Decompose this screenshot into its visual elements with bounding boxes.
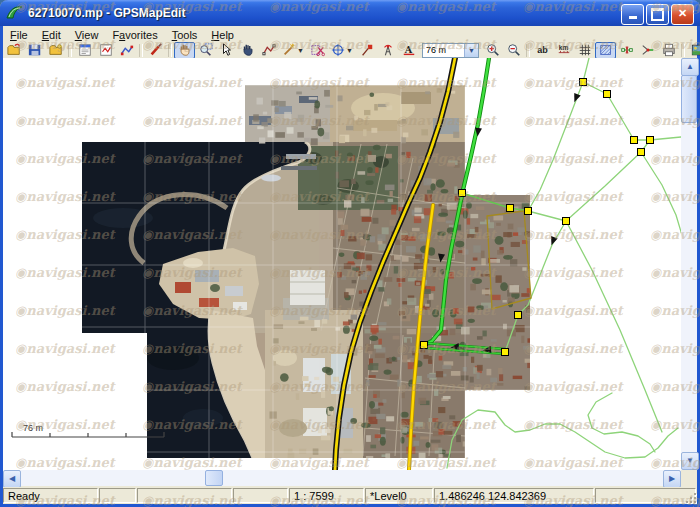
resize-grip[interactable] [684, 491, 697, 504]
vertical-scroll-thumb[interactable] [681, 75, 697, 123]
close-map-button[interactable] [45, 42, 66, 59]
menu-file[interactable]: File [3, 28, 35, 42]
grid-toggle-icon [578, 43, 592, 57]
print-button[interactable] [658, 42, 679, 59]
thin-polyline-12[interactable] [641, 152, 681, 235]
gps-upload-button[interactable] [377, 42, 398, 59]
magic-wand-button[interactable]: ▼ [279, 42, 307, 59]
application-window: 62710070.mp - GPSMapEdit ✕ File Edit Vie… [0, 0, 700, 507]
split-node-button[interactable] [616, 42, 637, 59]
label-tool-button[interactable]: A [398, 42, 419, 59]
waypoint-11[interactable] [421, 342, 428, 349]
join-node-button[interactable] [637, 42, 658, 59]
waypoint-4[interactable] [638, 149, 645, 156]
ruler-km-button[interactable]: km [553, 42, 574, 59]
open-map-button[interactable] [3, 42, 24, 59]
magic-wand-icon [282, 43, 296, 57]
window-title: 62710070.mp - GPSMapEdit [28, 6, 185, 20]
waypoint-10[interactable] [502, 349, 509, 356]
flag-tool-button[interactable] [356, 42, 377, 59]
thin-polyline-16[interactable] [588, 393, 655, 452]
waypoint-6[interactable] [525, 208, 532, 215]
thin-polyline-8[interactable] [528, 211, 566, 221]
status-map-scale: 1 : 7599 [289, 488, 364, 503]
status-coordinates: 1.486246 124.842369 [434, 488, 594, 503]
thin-polyline-4[interactable] [650, 137, 681, 140]
thin-polyline-6[interactable] [566, 152, 641, 221]
status-pane-8 [595, 488, 696, 503]
waypoint-8[interactable] [459, 190, 466, 197]
open-map-icon [7, 43, 21, 57]
properties-button[interactable] [74, 42, 95, 59]
svg-text:A: A [403, 44, 412, 55]
zoom-level-value: 76 m [423, 45, 464, 55]
waypoint-5[interactable] [563, 218, 570, 225]
hatch-toggle-button[interactable] [595, 42, 616, 59]
menu-view[interactable]: View [68, 28, 106, 42]
status-pane-4 [233, 488, 288, 503]
close-button[interactable]: ✕ [671, 4, 694, 25]
labels-toggle-button[interactable]: ab [532, 42, 553, 59]
hatch-toggle-icon [599, 43, 613, 57]
horizontal-scrollbar[interactable]: ◀ ▶ [3, 470, 681, 486]
scroll-right-arrow[interactable]: ▶ [663, 470, 681, 488]
vertical-scrollbar[interactable]: ▲ ▼ [681, 58, 697, 470]
horizontal-scroll-thumb[interactable] [205, 470, 223, 486]
satellite-imagery [82, 85, 537, 462]
pan-tool-button[interactable] [174, 42, 195, 59]
zoom-level-combo[interactable]: 76 m ▼ [422, 43, 479, 58]
svg-text:76 m: 76 m [23, 423, 43, 433]
attach-tool-icon [331, 43, 345, 57]
label-tool-icon: A [402, 43, 416, 57]
menu-tools[interactable]: Tools [165, 28, 205, 42]
zoom-in-icon [486, 43, 500, 57]
menu-help[interactable]: Help [204, 28, 241, 42]
minimize-button[interactable] [621, 4, 644, 25]
save-button[interactable] [24, 42, 45, 59]
export-image-button[interactable] [687, 42, 700, 59]
scroll-up-arrow[interactable]: ▲ [681, 58, 699, 76]
waypoint-3[interactable] [647, 137, 654, 144]
waypoint-2[interactable] [631, 137, 638, 144]
join-node-icon [641, 43, 655, 57]
zoom-out-button[interactable] [503, 42, 524, 59]
menu-favorites[interactable]: Favorites [105, 28, 164, 42]
scrollbar-corner [681, 470, 697, 486]
maximize-button[interactable] [646, 4, 669, 25]
save-icon [28, 43, 42, 57]
trim-tool-icon [311, 43, 325, 57]
map-properties-button[interactable] [95, 42, 116, 59]
move-tool-button[interactable] [237, 42, 258, 59]
scroll-down-arrow[interactable]: ▼ [681, 452, 699, 470]
print-icon [662, 43, 676, 57]
gps-upload-icon [381, 43, 395, 57]
menu-edit[interactable]: Edit [35, 28, 68, 42]
zoom-select-button[interactable] [195, 42, 216, 59]
select-tool-button[interactable] [216, 42, 237, 59]
edit-levels-button[interactable] [116, 42, 137, 59]
chevron-down-icon[interactable]: ▼ [464, 44, 478, 57]
verify-map-button[interactable] [145, 42, 166, 59]
create-polyline-icon [262, 43, 276, 57]
labels-toggle-icon: ab [537, 45, 548, 55]
title-bar[interactable]: 62710070.mp - GPSMapEdit ✕ [0, 0, 700, 26]
create-polyline-button[interactable] [258, 42, 279, 59]
thin-polyline-2[interactable] [607, 94, 634, 140]
thin-polyline-11[interactable] [566, 221, 662, 432]
attach-tool-button[interactable]: ▼ [328, 42, 356, 59]
status-bar: Ready 1 : 7599 *Level0 1.486246 124.8423… [3, 487, 697, 504]
map-canvas[interactable]: 76 m [3, 58, 681, 470]
waypoint-7[interactable] [507, 205, 514, 212]
verify-map-icon [149, 43, 163, 57]
svg-text:km: km [558, 44, 568, 51]
scroll-left-arrow[interactable]: ◀ [3, 470, 21, 488]
zoom-in-button[interactable] [482, 42, 503, 59]
waypoint-9[interactable] [515, 312, 522, 319]
grid-toggle-button[interactable] [574, 42, 595, 59]
trim-tool-button[interactable] [307, 42, 328, 59]
pan-tool-icon [178, 43, 192, 57]
properties-icon [78, 43, 92, 57]
map-properties-icon [99, 43, 113, 57]
waypoint-0[interactable] [580, 79, 587, 86]
waypoint-1[interactable] [604, 91, 611, 98]
